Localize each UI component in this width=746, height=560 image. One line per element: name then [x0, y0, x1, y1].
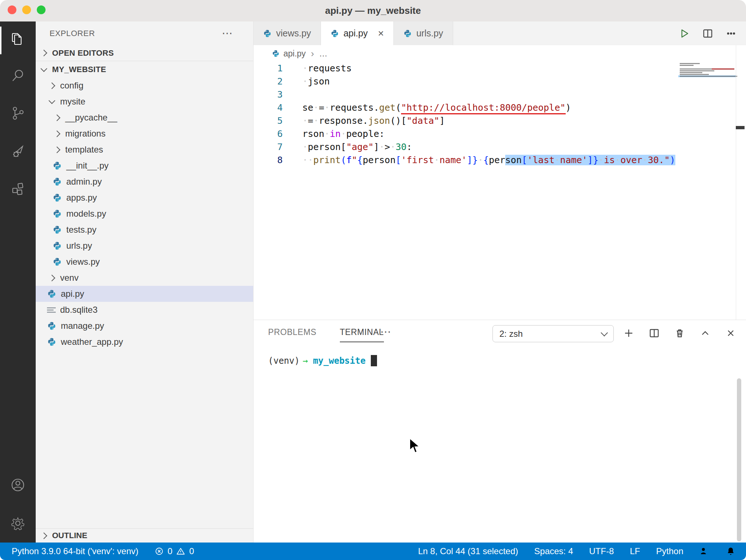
status-spaces-4[interactable]: Spaces: 4	[534, 546, 573, 556]
python-file-icon	[52, 225, 62, 234]
kill-terminal-trash-icon[interactable]	[674, 327, 686, 339]
panel-more-actions-icon[interactable]: ⋯	[380, 325, 391, 338]
code-text: se·=·requests.get("http://localhost:8000…	[283, 101, 571, 114]
tree-folder-mysite[interactable]: mysite	[36, 94, 253, 110]
title-bar: api.py — my_website	[0, 0, 746, 22]
python-file-icon	[272, 50, 280, 58]
code-text: ·json	[283, 75, 330, 88]
code-line-7: 7·person["age"]·>·30:	[254, 141, 746, 154]
tree-file-apps-py[interactable]: apps.py	[36, 190, 253, 206]
breadcrumb-separator: ›	[311, 48, 314, 59]
tree-file-api-py[interactable]: api.py	[36, 286, 253, 302]
vscode-window: api.py — my_website EXPLORER ⋯	[0, 0, 746, 560]
chevron-down-icon	[601, 329, 608, 336]
account-icon[interactable]	[0, 468, 36, 502]
line-number: 1	[254, 62, 283, 75]
tree-item-label: api.py	[61, 289, 84, 299]
code-line-3: 3	[254, 88, 746, 101]
terminal-shell-value: 2: zsh	[499, 329, 523, 339]
panel-tab-terminal[interactable]: TERMINAL	[340, 327, 384, 342]
explorer-more-actions-icon[interactable]: ⋯	[222, 27, 233, 39]
editor-more-actions-icon[interactable]	[726, 28, 737, 39]
tree-folder-config[interactable]: config	[36, 78, 253, 94]
chevron-down-icon	[48, 97, 55, 104]
extensions-icon[interactable]	[0, 171, 36, 206]
tab-label: urls.py	[416, 28, 443, 39]
breadcrumb[interactable]: api.py › …	[254, 45, 746, 62]
outline-section[interactable]: OUTLINE	[36, 528, 253, 543]
window-title: api.py — my_website	[0, 0, 746, 21]
code-line-4: 4se·=·requests.get("http://localhost:800…	[254, 101, 746, 114]
status-python[interactable]: Python	[656, 546, 683, 556]
panel-tab-problems[interactable]: PROBLEMS	[268, 327, 317, 342]
tree-item-label: admin.py	[66, 177, 102, 187]
feedback-icon[interactable]	[699, 546, 710, 556]
split-editor-icon[interactable]	[702, 28, 713, 39]
terminal-scrollbar[interactable]	[737, 378, 741, 541]
tree-file-tests-py[interactable]: tests.py	[36, 222, 253, 238]
editor-group: views.py api.py× urls.py api.py › … 1·re…	[254, 21, 746, 320]
project-root-label: MY_WEBSITE	[52, 65, 106, 74]
tab-urls-py[interactable]: urls.py	[394, 21, 453, 45]
overview-ruler-mark	[736, 126, 745, 129]
tree-item-label: config	[60, 80, 83, 91]
tree-item-label: models.py	[66, 209, 106, 219]
problems-status[interactable]: 0 0	[154, 546, 194, 556]
close-panel-icon[interactable]	[725, 327, 737, 339]
new-terminal-icon[interactable]	[623, 327, 635, 339]
line-number: 3	[254, 88, 283, 101]
notifications-bell-icon[interactable]	[726, 546, 736, 556]
explorer-sidebar: EXPLORER ⋯ OPEN EDITORS MY_WEBSITE confi…	[36, 21, 254, 543]
python-file-icon	[403, 29, 412, 38]
settings-gear-icon[interactable]	[0, 506, 36, 541]
tree-file-db-sqlite3[interactable]: db.sqlite3	[36, 302, 253, 318]
close-tab-icon[interactable]: ×	[378, 28, 384, 39]
code-text: rson·in·people:	[283, 127, 385, 141]
status-ln-8-col-44-31-selected[interactable]: Ln 8, Col 44 (31 selected)	[418, 546, 518, 556]
code-editor[interactable]: 1·requests2·json34se·=·requests.get("htt…	[254, 62, 746, 167]
python-interpreter-status[interactable]: Python 3.9.0 64-bit ('venv': venv)	[12, 546, 138, 556]
code-line-2: 2·json	[254, 75, 746, 88]
python-file-icon	[47, 337, 56, 347]
tree-file-manage-py[interactable]: manage.py	[36, 318, 253, 334]
terminal-shell-select[interactable]: 2: zsh	[492, 325, 614, 342]
python-file-icon	[263, 29, 272, 38]
python-file-icon	[330, 29, 339, 38]
line-number: 8	[254, 154, 283, 167]
split-terminal-icon[interactable]	[648, 327, 660, 339]
panel-tabs: PROBLEMSTERMINAL	[268, 327, 384, 342]
terminal-prompt[interactable]: (venv) → my_website	[268, 355, 377, 366]
activity-bar	[0, 21, 36, 543]
tree-item-label: weather_app.py	[61, 337, 123, 347]
database-file-icon	[47, 306, 56, 314]
tree-file--init-py[interactable]: __init__.py	[36, 158, 253, 174]
minimap[interactable]	[678, 63, 736, 150]
tree-file-weather-app-py[interactable]: weather_app.py	[36, 334, 253, 350]
explorer-icon[interactable]	[0, 21, 36, 56]
status-lf[interactable]: LF	[630, 546, 640, 556]
open-editors-section[interactable]: OPEN EDITORS	[36, 45, 253, 61]
tree-file-views-py[interactable]: views.py	[36, 254, 253, 270]
source-control-icon[interactable]	[0, 96, 36, 131]
tree-folder-venv[interactable]: venv	[36, 270, 253, 286]
tree-folder-migrations[interactable]: migrations	[36, 126, 253, 142]
search-icon[interactable]	[0, 58, 36, 93]
run-debug-icon[interactable]	[0, 134, 36, 169]
tree-item-label: migrations	[65, 129, 106, 139]
chevron-right-icon	[40, 532, 47, 539]
tree-folder--pycache-[interactable]: __pycache__	[36, 110, 253, 126]
status-utf-8[interactable]: UTF-8	[589, 546, 614, 556]
tree-file-models-py[interactable]: models.py	[36, 206, 253, 222]
run-python-file-icon[interactable]	[679, 28, 690, 39]
outline-label: OUTLINE	[52, 531, 87, 540]
tree-file-urls-py[interactable]: urls.py	[36, 238, 253, 254]
project-root-row[interactable]: MY_WEBSITE	[36, 62, 253, 78]
code-text: ·requests	[283, 62, 352, 75]
tab-views-py[interactable]: views.py	[254, 21, 321, 45]
tree-folder-templates[interactable]: templates	[36, 142, 253, 158]
line-number: 5	[254, 114, 283, 127]
chevron-right-icon	[54, 146, 60, 153]
maximize-panel-icon[interactable]	[699, 327, 711, 339]
tree-file-admin-py[interactable]: admin.py	[36, 174, 253, 190]
tab-api-py[interactable]: api.py×	[321, 21, 394, 45]
